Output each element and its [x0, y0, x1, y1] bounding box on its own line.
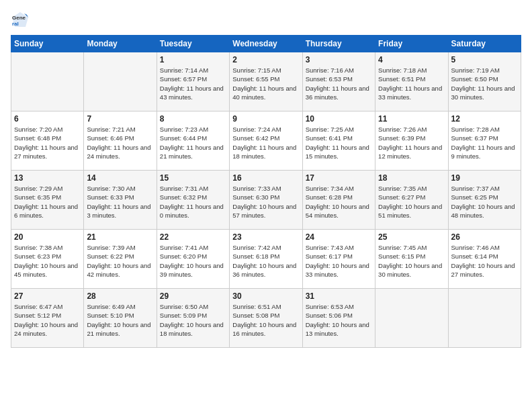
day-content: Sunrise: 7:15 AM Sunset: 6:55 PM Dayligh… [232, 66, 299, 101]
day-number: 13 [14, 173, 81, 183]
day-content: Sunrise: 6:51 AM Sunset: 5:08 PM Dayligh… [232, 302, 299, 338]
calendar-cell: 10Sunrise: 7:25 AM Sunset: 6:41 PM Dayli… [302, 111, 375, 171]
calendar-cell: 25Sunrise: 7:45 AM Sunset: 6:15 PM Dayli… [375, 230, 448, 289]
calendar-cell: 22Sunrise: 7:41 AM Sunset: 6:20 PM Dayli… [157, 230, 229, 289]
day-number: 5 [451, 55, 518, 64]
calendar-cell: 3Sunrise: 7:16 AM Sunset: 6:53 PM Daylig… [302, 52, 375, 111]
calendar-table: SundayMondayTuesdayWednesdayThursdayFrid… [11, 35, 521, 348]
day-number: 9 [232, 114, 299, 124]
calendar-cell: 5Sunrise: 7:19 AM Sunset: 6:50 PM Daylig… [448, 52, 521, 111]
calendar-cell: 28Sunrise: 6:49 AM Sunset: 5:10 PM Dayli… [84, 289, 157, 348]
calendar-cell: 15Sunrise: 7:31 AM Sunset: 6:32 PM Dayli… [157, 171, 229, 230]
day-content: Sunrise: 7:23 AM Sunset: 6:44 PM Dayligh… [160, 125, 226, 161]
day-number: 30 [232, 291, 299, 301]
day-number: 6 [14, 114, 81, 124]
day-content: Sunrise: 7:41 AM Sunset: 6:20 PM Dayligh… [160, 243, 226, 279]
day-content: Sunrise: 7:16 AM Sunset: 6:53 PM Dayligh… [306, 66, 372, 101]
calendar-cell: 17Sunrise: 7:34 AM Sunset: 6:28 PM Dayli… [302, 171, 375, 230]
day-number: 12 [451, 114, 518, 124]
day-number: 20 [14, 232, 81, 242]
week-row-4: 20Sunrise: 7:38 AM Sunset: 6:23 PM Dayli… [11, 230, 521, 289]
calendar-body: 1Sunrise: 7:14 AM Sunset: 6:57 PM Daylig… [11, 52, 521, 348]
day-number: 14 [87, 173, 153, 183]
day-number: 31 [306, 291, 372, 301]
calendar-cell: 19Sunrise: 7:37 AM Sunset: 6:25 PM Dayli… [448, 171, 521, 230]
calendar-cell [375, 289, 448, 348]
day-number: 25 [378, 232, 445, 242]
header-row: SundayMondayTuesdayWednesdayThursdayFrid… [11, 36, 521, 52]
day-content: Sunrise: 7:25 AM Sunset: 6:41 PM Dayligh… [306, 125, 372, 161]
day-content: Sunrise: 7:43 AM Sunset: 6:17 PM Dayligh… [306, 243, 372, 279]
day-number: 17 [306, 173, 372, 183]
col-header-thursday: Thursday [302, 36, 375, 52]
day-content: Sunrise: 7:30 AM Sunset: 6:33 PM Dayligh… [87, 184, 153, 220]
day-content: Sunrise: 7:29 AM Sunset: 6:35 PM Dayligh… [14, 184, 81, 220]
day-number: 2 [232, 55, 299, 64]
day-content: Sunrise: 7:20 AM Sunset: 6:48 PM Dayligh… [14, 125, 81, 161]
calendar-cell: 1Sunrise: 7:14 AM Sunset: 6:57 PM Daylig… [157, 52, 229, 111]
calendar-cell: 6Sunrise: 7:20 AM Sunset: 6:48 PM Daylig… [11, 111, 84, 171]
week-row-5: 27Sunrise: 6:47 AM Sunset: 5:12 PM Dayli… [11, 289, 521, 348]
calendar-cell: 7Sunrise: 7:21 AM Sunset: 6:46 PM Daylig… [84, 111, 157, 171]
calendar-cell [448, 289, 521, 348]
day-content: Sunrise: 7:39 AM Sunset: 6:22 PM Dayligh… [87, 243, 153, 279]
day-content: Sunrise: 6:53 AM Sunset: 5:06 PM Dayligh… [306, 302, 372, 338]
calendar-cell: 21Sunrise: 7:39 AM Sunset: 6:22 PM Dayli… [84, 230, 157, 289]
day-content: Sunrise: 7:46 AM Sunset: 6:14 PM Dayligh… [451, 243, 518, 279]
calendar-cell: 23Sunrise: 7:42 AM Sunset: 6:18 PM Dayli… [230, 230, 302, 289]
day-content: Sunrise: 7:35 AM Sunset: 6:27 PM Dayligh… [378, 184, 445, 220]
calendar-cell: 20Sunrise: 7:38 AM Sunset: 6:23 PM Dayli… [11, 230, 84, 289]
day-number: 21 [87, 232, 153, 242]
col-header-friday: Friday [375, 36, 448, 52]
calendar-cell: 18Sunrise: 7:35 AM Sunset: 6:27 PM Dayli… [375, 171, 448, 230]
day-content: Sunrise: 7:21 AM Sunset: 6:46 PM Dayligh… [87, 125, 153, 161]
page-header: Gene ral [11, 11, 521, 30]
col-header-sunday: Sunday [11, 36, 84, 52]
calendar-cell: 31Sunrise: 6:53 AM Sunset: 5:06 PM Dayli… [302, 289, 375, 348]
calendar-cell: 24Sunrise: 7:43 AM Sunset: 6:17 PM Dayli… [302, 230, 375, 289]
day-number: 27 [14, 291, 81, 301]
week-row-3: 13Sunrise: 7:29 AM Sunset: 6:35 PM Dayli… [11, 171, 521, 230]
day-content: Sunrise: 6:49 AM Sunset: 5:10 PM Dayligh… [87, 302, 153, 338]
day-content: Sunrise: 7:14 AM Sunset: 6:57 PM Dayligh… [160, 66, 226, 101]
day-number: 19 [451, 173, 518, 183]
col-header-monday: Monday [84, 36, 157, 52]
calendar-cell [84, 52, 157, 111]
calendar-cell: 27Sunrise: 6:47 AM Sunset: 5:12 PM Dayli… [11, 289, 84, 348]
week-row-1: 1Sunrise: 7:14 AM Sunset: 6:57 PM Daylig… [11, 52, 521, 111]
day-number: 10 [306, 114, 372, 124]
day-number: 22 [160, 232, 226, 242]
day-number: 16 [232, 173, 299, 183]
col-header-tuesday: Tuesday [157, 36, 229, 52]
calendar-cell: 11Sunrise: 7:26 AM Sunset: 6:39 PM Dayli… [375, 111, 448, 171]
calendar-cell: 16Sunrise: 7:33 AM Sunset: 6:30 PM Dayli… [230, 171, 302, 230]
logo: Gene ral [11, 11, 32, 30]
day-number: 11 [378, 114, 445, 124]
calendar-cell: 9Sunrise: 7:24 AM Sunset: 6:42 PM Daylig… [230, 111, 302, 171]
col-header-saturday: Saturday [448, 36, 521, 52]
day-content: Sunrise: 7:31 AM Sunset: 6:32 PM Dayligh… [160, 184, 226, 220]
calendar-cell [11, 52, 84, 111]
calendar-cell: 4Sunrise: 7:18 AM Sunset: 6:51 PM Daylig… [375, 52, 448, 111]
day-content: Sunrise: 6:50 AM Sunset: 5:09 PM Dayligh… [160, 302, 226, 338]
calendar-cell: 8Sunrise: 7:23 AM Sunset: 6:44 PM Daylig… [157, 111, 229, 171]
week-row-2: 6Sunrise: 7:20 AM Sunset: 6:48 PM Daylig… [11, 111, 521, 171]
day-content: Sunrise: 7:26 AM Sunset: 6:39 PM Dayligh… [378, 125, 445, 161]
day-number: 15 [160, 173, 226, 183]
day-content: Sunrise: 6:47 AM Sunset: 5:12 PM Dayligh… [14, 302, 81, 338]
day-number: 7 [87, 114, 153, 124]
svg-text:Gene: Gene [12, 15, 26, 21]
day-number: 26 [451, 232, 518, 242]
calendar-cell: 2Sunrise: 7:15 AM Sunset: 6:55 PM Daylig… [230, 52, 302, 111]
day-number: 23 [232, 232, 299, 242]
day-number: 1 [160, 55, 226, 64]
calendar-cell: 29Sunrise: 6:50 AM Sunset: 5:09 PM Dayli… [157, 289, 229, 348]
calendar-cell: 14Sunrise: 7:30 AM Sunset: 6:33 PM Dayli… [84, 171, 157, 230]
day-content: Sunrise: 7:38 AM Sunset: 6:23 PM Dayligh… [14, 243, 81, 279]
day-number: 28 [87, 291, 153, 301]
day-content: Sunrise: 7:42 AM Sunset: 6:18 PM Dayligh… [232, 243, 299, 279]
day-content: Sunrise: 7:24 AM Sunset: 6:42 PM Dayligh… [232, 125, 299, 161]
calendar-cell: 13Sunrise: 7:29 AM Sunset: 6:35 PM Dayli… [11, 171, 84, 230]
day-number: 8 [160, 114, 226, 124]
day-content: Sunrise: 7:19 AM Sunset: 6:50 PM Dayligh… [451, 66, 518, 101]
